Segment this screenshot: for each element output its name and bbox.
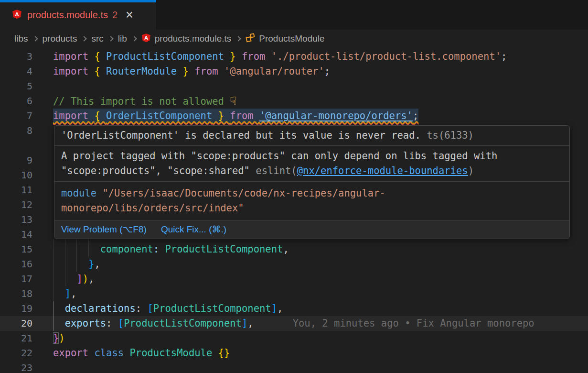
- quick-fix-link[interactable]: Quick Fix... (⌘.): [161, 223, 226, 236]
- code-content[interactable]: [32, 123, 53, 138]
- code-line: 19 declarations: [ProductListComponent],: [0, 301, 588, 316]
- breadcrumb-file[interactable]: A products.module.ts: [141, 33, 232, 45]
- current-code-line: 20 exports: [ProductListComponent],You, …: [0, 316, 588, 331]
- breadcrumb-src[interactable]: src: [91, 33, 103, 44]
- line-number[interactable]: 14: [0, 227, 32, 242]
- active-tab-indicator: [0, 0, 156, 2]
- code-content[interactable]: [32, 183, 53, 197]
- line-number[interactable]: 6: [0, 94, 32, 109]
- line-number[interactable]: 3: [0, 49, 32, 64]
- code-content[interactable]: [32, 79, 53, 94]
- indent-guide: [65, 239, 65, 286]
- line-number[interactable]: 5: [0, 79, 32, 94]
- angular-icon: A: [12, 9, 22, 21]
- code-line: 23: [0, 361, 588, 373]
- vscode-window: A products.module.ts 2 × libs products s…: [0, 0, 588, 373]
- angular-icon: A: [141, 33, 151, 45]
- chevron-right-icon: [108, 36, 113, 41]
- code-line: 17 ]),: [0, 272, 588, 286]
- tab-bar: A products.module.ts 2 ×: [0, 0, 588, 30]
- ts-error-message: 'OrderListComponent' is declared but its…: [54, 126, 569, 146]
- line-number[interactable]: 19: [0, 301, 32, 316]
- nx-rule-link[interactable]: @nx/enforce-module-boundaries: [297, 165, 468, 176]
- code-content[interactable]: exports: [ProductListComponent],: [32, 316, 254, 331]
- indent-guide: [88, 239, 89, 257]
- error-squiggle: import { OrderListComponent } from '@ang…: [53, 109, 418, 123]
- code-editor[interactable]: 3import { ProductListComponent } from '.…: [0, 48, 588, 373]
- line-number[interactable]: 4: [0, 64, 32, 79]
- indent-guide: [76, 239, 77, 272]
- tab-label: products.module.ts: [27, 10, 108, 21]
- error-hover-popup: 'OrderListComponent' is declared but its…: [54, 125, 570, 239]
- code-content[interactable]: component: ProductListComponent,: [32, 242, 289, 257]
- line-number[interactable]: 8: [0, 123, 32, 138]
- svg-text:A: A: [15, 11, 19, 17]
- chevron-right-icon: [32, 36, 38, 41]
- code-content[interactable]: [32, 361, 53, 373]
- line-number[interactable]: 11: [0, 183, 32, 197]
- code-line: 3import { ProductListComponent } from '.…: [0, 49, 588, 64]
- code-line: 18 ],: [0, 286, 588, 301]
- breadcrumb-symbol[interactable]: ProductsModule: [246, 33, 324, 45]
- code-content[interactable]: export class ProductsModule {}: [32, 346, 230, 361]
- line-number[interactable]: 12: [0, 197, 32, 212]
- module-info: module "/Users/isaac/Documents/code/nx-r…: [54, 182, 569, 220]
- breadcrumb-products[interactable]: products: [43, 33, 77, 44]
- line-number[interactable]: 13: [0, 212, 32, 227]
- code-content[interactable]: [32, 227, 53, 242]
- code-line: 5: [0, 79, 588, 94]
- line-number[interactable]: 18: [0, 286, 32, 301]
- breadcrumb-lib[interactable]: lib: [118, 33, 127, 44]
- line-number[interactable]: 22: [0, 346, 32, 361]
- code-line: 21}): [0, 331, 588, 346]
- close-icon[interactable]: ×: [126, 10, 133, 20]
- code-content[interactable]: declarations: [ProductListComponent],: [32, 301, 283, 316]
- line-number[interactable]: 15: [0, 242, 32, 257]
- view-problem-link[interactable]: View Problem (⌥F8): [61, 223, 147, 236]
- code-line: 16 },: [0, 257, 588, 272]
- code-content[interactable]: ],: [32, 286, 76, 301]
- code-content[interactable]: // This import is not allowed ☟: [32, 94, 236, 109]
- ts-error-code: ts(6133): [421, 130, 474, 141]
- breadcrumb-libs[interactable]: libs: [14, 33, 28, 44]
- line-number[interactable]: 10: [0, 168, 32, 183]
- line-number[interactable]: [0, 138, 32, 153]
- line-number[interactable]: 17: [0, 272, 32, 286]
- svg-text:A: A: [144, 35, 148, 41]
- code-content[interactable]: [32, 212, 53, 227]
- line-number[interactable]: 21: [0, 331, 32, 346]
- chevron-right-icon: [236, 36, 241, 41]
- line-number[interactable]: 16: [0, 257, 32, 272]
- code-content[interactable]: import { OrderListComponent } from '@ang…: [32, 109, 418, 123]
- breadcrumb: libs products src lib A products.module.…: [0, 30, 588, 48]
- code-line: 22export class ProductsModule {}: [0, 346, 588, 361]
- chevron-right-icon: [82, 36, 87, 41]
- tab-problem-count: 2: [112, 10, 118, 21]
- code-content[interactable]: import { RouterModule } from '@angular/r…: [32, 64, 330, 79]
- code-content[interactable]: [32, 168, 53, 183]
- line-number[interactable]: 20: [0, 316, 32, 331]
- code-line-with-error: 7import { OrderListComponent } from '@an…: [0, 109, 588, 123]
- code-content[interactable]: [32, 197, 53, 212]
- eslint-error-message: A project tagged with "scope:products" c…: [54, 146, 569, 182]
- line-number[interactable]: 23: [0, 361, 32, 373]
- line-number[interactable]: 7: [0, 109, 32, 123]
- code-content[interactable]: ]),: [32, 272, 94, 286]
- git-blame-annotation: You, 2 minutes ago • Fix Angular monorep…: [293, 316, 535, 331]
- code-content[interactable]: [32, 153, 53, 168]
- tab-products-module[interactable]: A products.module.ts 2 ×: [0, 0, 157, 30]
- code-line: 6// This import is not allowed ☟: [0, 94, 588, 109]
- code-line: 4import { RouterModule } from '@angular/…: [0, 64, 588, 79]
- chevron-right-icon: [131, 36, 137, 41]
- class-symbol-icon: [246, 33, 255, 45]
- code-content[interactable]: [32, 138, 53, 153]
- line-number[interactable]: 9: [0, 153, 32, 168]
- code-content[interactable]: }): [32, 331, 65, 346]
- hover-actions: View Problem (⌥F8) Quick Fix... (⌘.): [54, 220, 569, 239]
- code-content[interactable]: },: [32, 257, 100, 272]
- active-indent-guide: [53, 301, 53, 331]
- code-content[interactable]: import { ProductListComponent } from './…: [32, 49, 507, 64]
